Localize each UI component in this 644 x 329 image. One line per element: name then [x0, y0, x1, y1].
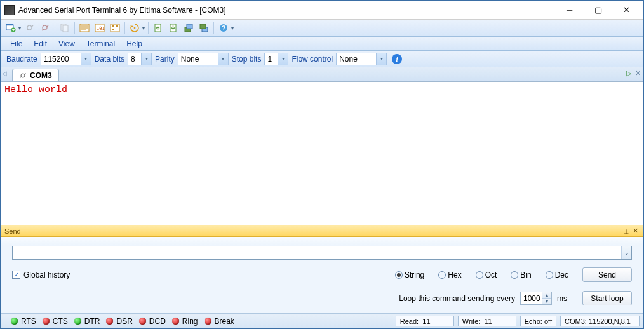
signal-cts[interactable]: CTS: [36, 317, 68, 326]
send-input-dropdown[interactable]: ⌄: [621, 246, 631, 259]
tab-com3[interactable]: COM3: [12, 69, 59, 81]
pin-icon[interactable]: ⟂: [622, 227, 631, 235]
mode-string[interactable]: String: [395, 271, 424, 279]
status-echo: Echo: off: [520, 316, 556, 326]
led-icon: [74, 318, 81, 325]
svg-rect-20: [200, 24, 206, 29]
loop-interval-input[interactable]: 1000 ▲▼: [520, 292, 552, 305]
send-button[interactable]: Send: [582, 267, 632, 282]
mode-dec[interactable]: Dec: [546, 271, 568, 279]
menu-edit[interactable]: Edit: [28, 37, 53, 50]
send-file-button[interactable]: [151, 21, 165, 35]
led-icon: [11, 318, 18, 325]
send-close-icon[interactable]: ✕: [631, 227, 640, 235]
maximize-button[interactable]: ▢: [584, 1, 612, 19]
parity-select[interactable]: None▾: [178, 53, 229, 65]
send-input[interactable]: ⌄: [12, 246, 632, 260]
menu-file[interactable]: File: [4, 37, 28, 50]
global-history-checkbox[interactable]: ✓: [12, 271, 20, 279]
clear-button[interactable]: [128, 21, 142, 35]
close-button[interactable]: ✕: [612, 1, 641, 19]
receive-file-button[interactable]: [166, 21, 180, 35]
mode-hex[interactable]: Hex: [438, 271, 461, 279]
disconnect-button[interactable]: [38, 21, 52, 35]
send-header-label: Send: [4, 227, 21, 235]
svg-rect-3: [27, 25, 32, 30]
window-title: Advanced Serial Port Terminal 6 by Eltim…: [18, 6, 555, 15]
tabstrip: ◁ COM3 ▷ ✕: [1, 67, 643, 82]
new-session-button[interactable]: [4, 21, 18, 35]
terminal-output[interactable]: Hello world: [1, 82, 643, 225]
new-session-dropdown[interactable]: ▾: [17, 21, 22, 35]
svg-rect-4: [43, 25, 47, 30]
copy-button[interactable]: [58, 21, 72, 35]
baudrate-select[interactable]: 115200▾: [41, 53, 91, 65]
config-bar: Baudrate 115200▾ Data bits 8▾ Parity Non…: [1, 51, 643, 67]
status-port: COM3: 115200,N,8,1: [560, 316, 640, 326]
svg-point-14: [134, 27, 136, 29]
view-hex-button[interactable]: 1010: [93, 21, 107, 35]
svg-rect-13: [112, 29, 114, 30]
connect-button[interactable]: [23, 21, 37, 35]
menu-view[interactable]: View: [53, 37, 81, 50]
svg-point-23: [21, 74, 25, 77]
statusbar: RTSCTSDTRDSRDCDRingBreak Read: 11 Write:…: [1, 313, 643, 328]
spin-up[interactable]: ▲: [542, 292, 551, 299]
led-icon: [139, 318, 146, 325]
stopbits-select[interactable]: 1▾: [264, 53, 288, 65]
import-button[interactable]: [197, 21, 211, 35]
global-history-label: Global history: [23, 271, 70, 279]
tab-label: COM3: [30, 71, 52, 80]
menubar: File Edit View Terminal Help: [1, 37, 643, 51]
signal-dtr[interactable]: DTR: [68, 317, 100, 326]
titlebar: Advanced Serial Port Terminal 6 by Eltim…: [1, 1, 643, 20]
signal-rts[interactable]: RTS: [4, 317, 36, 326]
databits-label: Data bits: [91, 55, 128, 64]
databits-select[interactable]: 8▾: [128, 53, 152, 65]
menu-help[interactable]: Help: [121, 37, 148, 50]
toolbar: ▾ 1010 ▾ ? ▾: [1, 20, 643, 37]
mode-oct[interactable]: Oct: [476, 271, 497, 279]
baudrate-label: Baudrate: [3, 55, 41, 64]
help-dropdown[interactable]: ▾: [230, 21, 235, 35]
tab-nav-right[interactable]: ▷: [626, 69, 631, 77]
svg-text:1010: 1010: [97, 26, 105, 31]
led-icon: [106, 318, 113, 325]
svg-rect-11: [112, 25, 114, 27]
view-dump-button[interactable]: [108, 21, 122, 35]
signal-dsr[interactable]: DSR: [100, 317, 132, 326]
menu-terminal[interactable]: Terminal: [81, 37, 121, 50]
clear-dropdown[interactable]: ▾: [141, 21, 146, 35]
svg-rect-1: [6, 24, 13, 25]
loop-unit: ms: [557, 294, 567, 303]
start-loop-button[interactable]: Start loop: [582, 291, 632, 306]
status-write: Write: 11: [458, 316, 516, 326]
flowcontrol-label: Flow control: [288, 55, 336, 64]
svg-text:?: ?: [222, 25, 225, 32]
flowcontrol-select[interactable]: None▾: [336, 53, 387, 65]
help-button[interactable]: ?: [217, 21, 231, 35]
signal-ring[interactable]: Ring: [166, 317, 198, 326]
app-icon: [4, 5, 15, 15]
stopbits-label: Stop bits: [229, 55, 265, 64]
send-panel: ⌄ ✓ Global history String Hex Oct Bin De…: [1, 237, 643, 313]
svg-rect-6: [63, 25, 68, 32]
send-panel-header: Send ⟂ ✕: [1, 225, 643, 237]
svg-rect-12: [116, 25, 118, 27]
tab-nav-left[interactable]: ◁: [2, 70, 7, 77]
tab-close[interactable]: ✕: [635, 69, 641, 77]
mode-bin[interactable]: Bin: [511, 271, 531, 279]
led-icon: [205, 318, 211, 325]
status-read: Read: 11: [396, 316, 454, 326]
spin-down[interactable]: ▼: [542, 299, 551, 304]
view-ascii-button[interactable]: [77, 21, 91, 35]
minimize-button[interactable]: ─: [555, 1, 584, 19]
info-icon[interactable]: i: [392, 54, 402, 64]
export-button[interactable]: [182, 21, 196, 35]
led-icon: [43, 318, 50, 325]
led-icon: [172, 318, 179, 325]
signal-break[interactable]: Break: [198, 317, 234, 326]
signal-dcd[interactable]: DCD: [133, 317, 166, 326]
svg-rect-10: [111, 24, 119, 32]
parity-label: Parity: [152, 55, 178, 64]
